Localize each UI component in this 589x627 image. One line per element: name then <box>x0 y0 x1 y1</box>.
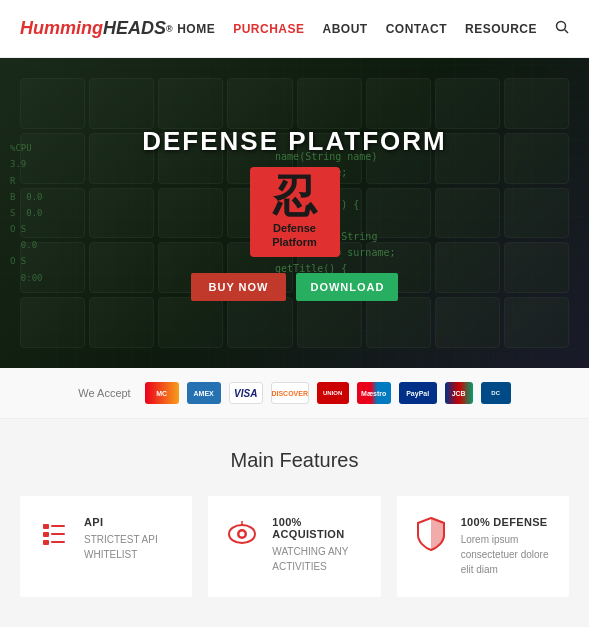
svg-rect-4 <box>43 532 49 537</box>
hero-content: DEFENSE PLATFORM 忍 Defense Platform BUY … <box>142 126 447 301</box>
eye-icon <box>224 516 260 552</box>
api-feature-desc: STRICTEST API WHITELIST <box>84 532 176 562</box>
amex-badge: AMEX <box>187 382 221 404</box>
hero-buttons: BUY NOW DOWNLOAD <box>191 273 399 301</box>
features-title: Main Features <box>20 449 569 472</box>
jcb-badge: JCB <box>445 382 473 404</box>
logo: Humming HEADS ® <box>20 18 173 39</box>
nav-about[interactable]: ABOUT <box>323 22 368 36</box>
nav-resource[interactable]: RESOURCE <box>465 22 537 36</box>
payment-label: We Accept <box>78 387 130 399</box>
defense-feature-text: 100% DEFENSE Lorem ipsum consectetuer do… <box>461 516 553 577</box>
svg-line-1 <box>565 30 569 34</box>
main-nav: HOME PURCHASE ABOUT CONTACT RESOURCE <box>177 20 569 37</box>
logo-text: Defense Platform <box>272 222 317 248</box>
header: Humming HEADS ® HOME PURCHASE ABOUT CONT… <box>0 0 589 58</box>
svg-point-10 <box>240 532 245 537</box>
feature-api: API STRICTEST API WHITELIST <box>20 496 192 597</box>
logo-reg: ® <box>166 24 173 34</box>
acquisition-feature-desc: WATCHING ANY ACTIVITIES <box>272 544 364 574</box>
hero-title: DEFENSE PLATFORM <box>142 126 447 157</box>
logo-heads: HEADS <box>103 18 166 39</box>
maestro-badge: Mæstro <box>357 382 391 404</box>
paypal-badge: PayPal <box>399 382 437 404</box>
payment-strip: We Accept MC AMEX VISA DISCOVER UNION Mæ… <box>0 368 589 419</box>
buy-now-button[interactable]: BUY NOW <box>191 273 287 301</box>
defense-feature-desc: Lorem ipsum consectetuer dolore elit dia… <box>461 532 553 577</box>
defense-platform-logo: 忍 Defense Platform <box>250 167 340 257</box>
feature-acquisition: 100% ACQUISTION WATCHING ANY ACTIVITIES <box>208 496 380 597</box>
features-grid: API STRICTEST API WHITELIST 100% ACQUIST… <box>20 496 569 597</box>
ninja-character: 忍 <box>273 174 317 218</box>
logo-humming: Humming <box>20 18 103 39</box>
features-section: Main Features API STRICTEST API WHITELIS… <box>0 419 589 627</box>
feature-defense: 100% DEFENSE Lorem ipsum consectetuer do… <box>397 496 569 597</box>
svg-point-0 <box>557 22 566 31</box>
hero-section: %CPU3.9RB 0.0S 0.0 O S 0.0O S 0:00 name(… <box>0 58 589 368</box>
api-feature-title: API <box>84 516 176 528</box>
shield-icon <box>413 516 449 552</box>
api-feature-text: API STRICTEST API WHITELIST <box>84 516 176 562</box>
nav-contact[interactable]: CONTACT <box>386 22 447 36</box>
nav-home[interactable]: HOME <box>177 22 215 36</box>
visa-badge: VISA <box>229 382 263 404</box>
acquisition-feature-text: 100% ACQUISTION WATCHING ANY ACTIVITIES <box>272 516 364 574</box>
discover-badge: DISCOVER <box>271 382 309 404</box>
list-icon <box>36 516 72 552</box>
unionpay-badge: UNION <box>317 382 349 404</box>
svg-rect-5 <box>51 533 65 535</box>
svg-rect-6 <box>43 540 49 545</box>
acquisition-feature-title: 100% ACQUISTION <box>272 516 364 540</box>
svg-rect-3 <box>51 525 65 527</box>
svg-rect-2 <box>43 524 49 529</box>
mastercard-badge: MC <box>145 382 179 404</box>
download-button[interactable]: DOWNLOAD <box>296 273 398 301</box>
nav-purchase[interactable]: PURCHASE <box>233 22 304 36</box>
search-icon[interactable] <box>555 20 569 37</box>
svg-rect-7 <box>51 541 65 543</box>
defense-feature-title: 100% DEFENSE <box>461 516 553 528</box>
diners-badge: DC <box>481 382 511 404</box>
